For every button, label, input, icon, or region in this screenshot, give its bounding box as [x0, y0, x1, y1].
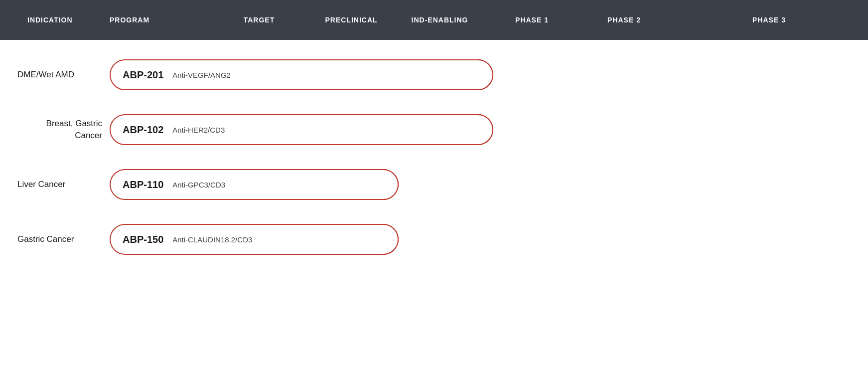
- table-row: Liver Cancer ABP-110 Anti-GPC3/CD3: [0, 157, 868, 212]
- header-phase2: PHASE 2: [578, 16, 670, 24]
- pill-outline: ABP-110 Anti-GPC3/CD3: [110, 169, 399, 200]
- target-name: Anti-GPC3/CD3: [163, 181, 225, 189]
- table-header: INDICATION PROGRAM TARGET PRECLINICAL IN…: [0, 0, 868, 40]
- pipeline-pill-track: ABP-201 Anti-VEGF/ANG2: [110, 59, 868, 90]
- header-target: TARGET: [209, 16, 309, 24]
- header-preclinical: PRECLINICAL: [309, 16, 394, 24]
- pipeline-pill-track: ABP-110 Anti-GPC3/CD3: [110, 169, 868, 200]
- header-program: PROGRAM: [110, 16, 209, 24]
- pill-outline: ABP-150 Anti-CLAUDIN18.2/CD3: [110, 224, 399, 255]
- table-row: Gastric Cancer ABP-150 Anti-CLAUDIN18.2/…: [0, 212, 868, 267]
- table-body: DME/Wet AMD ABP-201 Anti-VEGF/ANG2 Breas…: [0, 40, 868, 274]
- program-name: ABP-150: [111, 234, 163, 245]
- indication-label: Breast, GastricCancer: [0, 118, 110, 142]
- program-name: ABP-201: [111, 69, 163, 81]
- indication-label: Gastric Cancer: [0, 234, 110, 244]
- target-name: Anti-CLAUDIN18.2/CD3: [163, 235, 252, 244]
- program-name: ABP-110: [111, 179, 163, 190]
- pipeline-pill-track: ABP-150 Anti-CLAUDIN18.2/CD3: [110, 224, 868, 255]
- pipeline-pill-track: ABP-102 Anti-HER2/CD3: [110, 114, 868, 145]
- header-phase1: PHASE 1: [486, 16, 578, 24]
- target-name: Anti-HER2/CD3: [163, 126, 225, 134]
- table-row: Breast, GastricCancer ABP-102 Anti-HER2/…: [0, 102, 868, 157]
- header-indication: INDICATION: [0, 16, 110, 24]
- table-row: DME/Wet AMD ABP-201 Anti-VEGF/ANG2: [0, 47, 868, 102]
- target-name: Anti-VEGF/ANG2: [163, 71, 231, 79]
- pill-outline: ABP-102 Anti-HER2/CD3: [110, 114, 493, 145]
- header-phase3: PHASE 3: [670, 16, 868, 24]
- indication-label: Liver Cancer: [0, 180, 110, 189]
- pill-outline: ABP-201 Anti-VEGF/ANG2: [110, 59, 493, 90]
- indication-label: DME/Wet AMD: [0, 70, 110, 80]
- program-name: ABP-102: [111, 124, 163, 136]
- header-ind-enabling: IND-ENABLING: [394, 16, 486, 24]
- pipeline-table: INDICATION PROGRAM TARGET PRECLINICAL IN…: [0, 0, 868, 376]
